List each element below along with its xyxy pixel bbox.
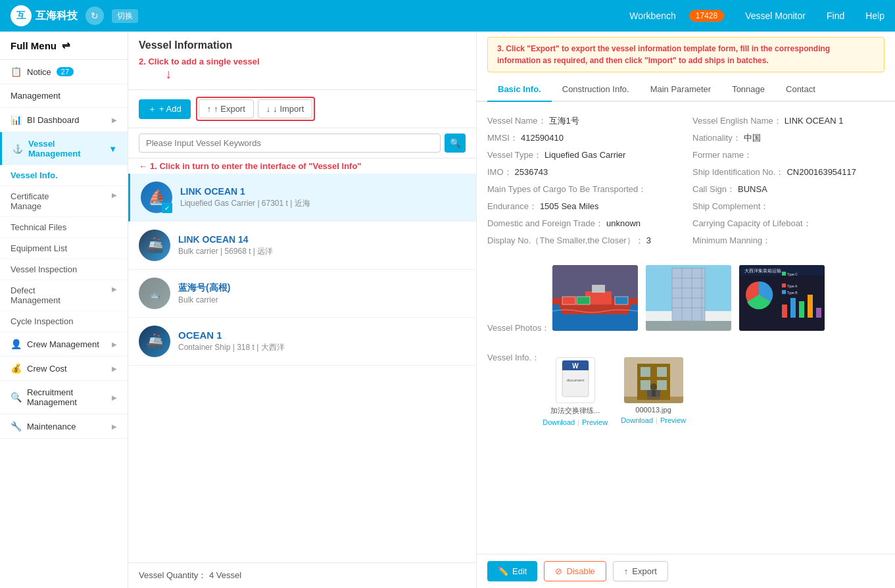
menu-toggle-icon[interactable]: ⇌ — [62, 39, 70, 51]
detail-footer: ✏️ Edit ⊘ Disable ↑ Export — [477, 554, 895, 588]
top-navigation: 互 互海科技 ↻ 切换 Workbench 17428 Vessel Monit… — [0, 0, 895, 32]
vessel-photo-3: 大西洋集装箱运输 — [739, 265, 825, 331]
nav-workbench[interactable]: Workbench — [629, 11, 676, 21]
vessel-item-link-ocean-14[interactable]: 🚢 LINK OCEAN 14 Bulk carrier | 56968 t |… — [128, 222, 476, 270]
file2-download-link[interactable]: Download — [621, 416, 653, 424]
row-english-name: Vessel English Name： LINK OCEAN 1 — [692, 112, 884, 130]
tab-basic-info[interactable]: Basic Info. — [487, 78, 552, 102]
recruitment-chevron-icon: ▶ — [112, 394, 117, 401]
svg-point-48 — [650, 383, 657, 390]
file-item-2: 000013.jpg Download | Preview — [621, 357, 686, 426]
add-vessel-button[interactable]: ＋ + Add — [139, 99, 191, 119]
nav-find[interactable]: Find — [827, 11, 844, 21]
row-main-cargo: Main Types of Cargo To Be Transported： — [487, 181, 679, 198]
switch-button[interactable]: 切换 — [112, 9, 138, 23]
bi-chevron-icon: ▶ — [112, 116, 117, 124]
chart-illustration: 大西洋集装箱运输 — [739, 265, 825, 331]
svg-rect-49 — [652, 390, 656, 397]
disable-button[interactable]: ⊘ Disable — [544, 561, 606, 581]
svg-rect-5 — [592, 285, 605, 293]
app-logo: 互 互海科技 — [11, 5, 78, 26]
crew-cost-label: Crew Cost — [27, 364, 67, 374]
vessel-info-files-row: Vessel Info.： W document — [487, 349, 884, 434]
svg-rect-24 — [782, 305, 787, 318]
vessel-item-link-ocean-1[interactable]: ⛵ ✓ LINK OCEAN 1 Liquefied Gas Carrier |… — [128, 174, 476, 222]
sidebar-sub-vessel-inspection[interactable]: Vessel Inspection — [0, 259, 128, 280]
search-input[interactable] — [139, 134, 441, 153]
sidebar-item-recruitment[interactable]: 🔍 RecruitmentManagement ▶ — [0, 381, 128, 414]
file-actions-2: Download | Preview — [621, 416, 686, 424]
vessel-list: ⛵ ✓ LINK OCEAN 1 Liquefied Gas Carrier |… — [128, 174, 476, 562]
search-button[interactable]: 🔍 — [445, 134, 466, 153]
vessel-photos-row: Vessel Photos： — [487, 257, 884, 339]
sidebar-item-notice[interactable]: 📋 Notice 27 — [0, 60, 128, 84]
vessel-desc-4: Container Ship | 318 t | 大西洋 — [178, 342, 466, 353]
export-import-group: ↑ ↑ Export ↓ ↓ Import — [196, 97, 316, 121]
file-sep-2: | — [656, 416, 658, 424]
workbench-badge[interactable]: 17428 — [689, 10, 724, 22]
vessel-mgmt-label: VesselManagement — [28, 139, 80, 159]
vessel-mgmt-icon: ⚓ — [12, 144, 23, 154]
row-vessel-name: Vessel Name： 互海1号 — [487, 112, 679, 130]
vessel-item-lanhai[interactable]: 🛥️ 蓝海号(高根) Bulk carrier — [128, 270, 476, 318]
file2-preview-link[interactable]: Preview — [660, 416, 686, 424]
word-doc-icon: W document — [559, 360, 592, 400]
tab-tonnage[interactable]: Tonnage — [721, 78, 775, 102]
import-button[interactable]: ↓ ↓ Import — [258, 99, 312, 118]
sidebar-item-crew-cost[interactable]: 💰 Crew Cost ▶ — [0, 356, 128, 381]
step1-annotation: ← 1. Click in turn to enter the interfac… — [128, 159, 476, 174]
row-display-no: Display No.（The Smaller,the Closer）： 3 — [487, 232, 679, 249]
sidebar-item-vessel-management[interactable]: ⚓ VesselManagement ▼ — [0, 132, 128, 165]
sidebar-sub-vessel-info[interactable]: Vessel Info. — [0, 165, 128, 186]
svg-rect-19 — [646, 321, 731, 331]
notice-badge: 27 — [57, 67, 74, 76]
sidebar-item-maintenance[interactable]: 🔧 Maintenance ▶ — [0, 414, 128, 439]
file1-preview-link[interactable]: Preview — [582, 418, 608, 426]
logo-circle: 互 — [11, 5, 32, 26]
vessel-desc-1: Liquefied Gas Carrier | 67301 t | 近海 — [180, 198, 466, 209]
vessel-item-ocean-1[interactable]: 🚢 OCEAN 1 Container Ship | 318 t | 大西洋 — [128, 318, 476, 366]
recruitment-label: RecruitmentManagement — [27, 387, 77, 407]
back-button[interactable]: ↻ — [85, 7, 104, 25]
sidebar-sub-technical-files[interactable]: Technical Files — [0, 217, 128, 238]
sidebar-sub-defect-management[interactable]: DefectManagement▶ — [0, 280, 128, 311]
export-detail-icon: ↑ — [624, 566, 629, 576]
file1-download-link[interactable]: Download — [543, 418, 575, 426]
detail-panel: 3. Click "Export" to export the vessel i… — [477, 32, 895, 588]
app-name: 互海科技 — [36, 9, 78, 23]
svg-rect-45 — [657, 380, 667, 390]
nav-help[interactable]: Help — [865, 11, 884, 21]
row-endurance: Endurance： 1505 Sea Miles — [487, 198, 679, 215]
nav-vessel-monitor[interactable]: Vessel Monitor — [745, 11, 806, 21]
sidebar-item-crew-management[interactable]: 👤 Crew Management ▶ — [0, 332, 128, 356]
info-right: Vessel English Name： LINK OCEAN 1 Nation… — [692, 112, 884, 249]
svg-rect-29 — [782, 283, 786, 287]
crew-mgmt-icon: 👤 — [11, 339, 22, 349]
info-left: Vessel Name： 互海1号 MMSI： 412590410 Vessel… — [487, 112, 679, 249]
file-icon-1: W document — [556, 357, 595, 403]
tab-contact[interactable]: Contact — [775, 78, 826, 102]
crew-mgmt-chevron-icon: ▶ — [112, 341, 117, 348]
svg-rect-7 — [577, 297, 590, 305]
svg-text:Type B: Type B — [787, 291, 798, 295]
sidebar-sub-equipment-list[interactable]: Equipment List — [0, 238, 128, 259]
row-min-manning: Minimum Manning： — [692, 232, 884, 249]
sidebar-item-bi-dashboard[interactable]: 📊 BI Dashboard ▶ — [0, 108, 128, 132]
svg-marker-3 — [559, 305, 631, 314]
sidebar-sub-certificate[interactable]: CertificateManage▶ — [0, 186, 128, 217]
export-detail-button[interactable]: ↑ Export — [613, 561, 668, 581]
file-name-2: 000013.jpg — [635, 406, 671, 414]
export-button[interactable]: ↑ ↑ Export — [199, 99, 254, 118]
edit-button[interactable]: ✏️ Edit — [487, 561, 537, 581]
vessel-info-3: 蓝海号(高根) Bulk carrier — [178, 282, 466, 305]
row-lifeboat: Carrying Capacity of Lifeboat： — [692, 215, 884, 232]
file-thumb-2 — [624, 357, 683, 403]
sidebar-item-management[interactable]: Management — [0, 84, 128, 108]
add-label: + Add — [159, 104, 181, 114]
tab-main-parameter[interactable]: Main Parameter — [640, 78, 721, 102]
disable-icon: ⊘ — [555, 566, 562, 576]
row-ship-id: Ship Identification No.： CN200163954117 — [692, 164, 884, 181]
tab-construction-info[interactable]: Construction Info. — [552, 78, 640, 102]
vessel-avatar-2: 🚢 — [139, 230, 170, 261]
sidebar-sub-cycle-inspection[interactable]: Cycle Inspection — [0, 311, 128, 332]
